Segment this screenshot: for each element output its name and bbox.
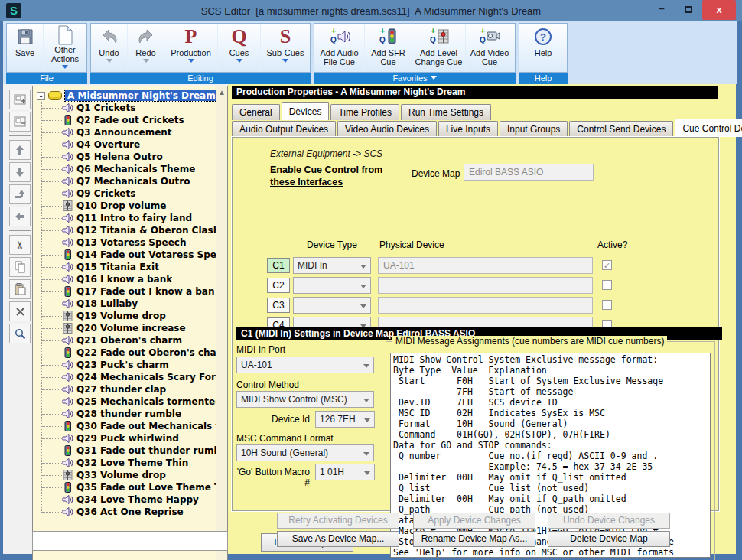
tab-devices[interactable]: Devices — [282, 102, 330, 120]
tree-cue-item[interactable]: Q32 Love Theme Thin — [33, 457, 216, 469]
production-button[interactable]: P Production — [164, 24, 218, 72]
redo-button[interactable]: Redo — [128, 24, 164, 72]
device-type-select[interactable] — [293, 297, 371, 314]
device-id-cell[interactable]: C1 — [267, 258, 290, 273]
cue-list-panel: ✂ - A Midsummer Night's Dream Q1 Cricket… — [3, 84, 228, 554]
enable-cue-control-link[interactable]: Enable Cue Control from these Interfaces — [270, 164, 399, 188]
help-button[interactable]: ? Help — [519, 24, 567, 72]
tree-cue-item[interactable]: Q1 Crickets — [33, 102, 216, 114]
group-label-favorites[interactable]: Favorites — [314, 73, 516, 84]
tree-cue-item[interactable]: Q25 Mechanicals tormented — [33, 396, 216, 408]
undo-button[interactable]: Undo — [91, 24, 128, 72]
tree-connector — [42, 389, 62, 390]
control-method-select[interactable]: MIDI Show Control (MSC) — [236, 391, 374, 408]
tree-cue-item[interactable]: Q17 Fade out I know a ban — [33, 285, 216, 298]
tree-cue-item[interactable]: Q15 Titania Exit — [33, 261, 216, 273]
sub-cues-button[interactable]: S Sub-Cues — [261, 24, 310, 72]
minimize-button[interactable]: – — [650, 0, 673, 20]
tree-cue-item[interactable]: Q4 Overture — [33, 138, 216, 151]
tree-cue-item[interactable]: Q21 Oberon's charm — [33, 334, 216, 347]
tab-audio-output-devices[interactable]: Audio Output Devices — [232, 121, 336, 137]
tab-time-profiles[interactable]: Time Profiles — [330, 104, 399, 120]
tab-run-time-settings[interactable]: Run Time Settings — [401, 104, 491, 120]
tree-cue-item[interactable]: Q20 Volume increase — [33, 322, 216, 334]
tree-cue-item[interactable]: Q22 Fade out Oberon's char — [33, 347, 216, 359]
cut-icon[interactable]: ✂ — [9, 235, 31, 255]
tree-cue-item[interactable]: Q23 Puck's charm — [33, 359, 216, 371]
tree-cue-item[interactable]: Q31 Fade out thunder ruml — [33, 444, 216, 457]
active-checkbox[interactable] — [602, 280, 612, 290]
tree-cue-item[interactable]: Q35 Fade out Love Theme T — [33, 481, 216, 493]
tree-cue-item[interactable]: Q5 Helena Outro — [33, 151, 216, 163]
tree-cue-item[interactable]: Q6 Mechanicals Theme — [33, 163, 216, 175]
add-sfr-cue-button[interactable]: +Q Add SFR Cue — [365, 24, 412, 72]
expand-branch-icon[interactable] — [9, 90, 31, 109]
close-button[interactable]: x — [702, 0, 736, 20]
collapse-expander-icon[interactable]: - — [37, 92, 45, 100]
move-down-icon[interactable] — [9, 162, 31, 182]
active-checkbox[interactable]: ✓ — [602, 260, 612, 270]
tree-cue-item[interactable]: Q19 Volume drop — [33, 310, 216, 322]
tree-cue-item[interactable]: Q18 Lullaby — [33, 298, 216, 310]
tab-control-send-devices[interactable]: Control Send Devices — [569, 121, 673, 137]
copy-icon[interactable] — [9, 257, 31, 277]
tree-cue-item[interactable]: Q9 Crickets — [33, 187, 216, 200]
tree-cue-item[interactable]: Q29 Puck whirlwind — [33, 432, 216, 444]
scroll-up-icon[interactable]: ▲ — [218, 88, 226, 96]
device-type-select[interactable]: MIDI In — [293, 257, 371, 274]
tree-cue-item[interactable]: Q10 Drop volume — [33, 200, 216, 212]
paste-icon[interactable] — [9, 279, 31, 299]
tree-cue-item[interactable]: Q30 Fade out Mechanicals t — [33, 420, 216, 432]
tree-cue-item[interactable]: Q2 Fade out Crickets — [33, 114, 216, 126]
tree-cue-item[interactable]: Q16 I know a bank — [33, 273, 216, 285]
device-id-cell[interactable]: C2 — [267, 278, 290, 293]
save-button[interactable]: Save — [7, 24, 44, 72]
tree-cue-item[interactable]: Q7 Mechanicals Outro — [33, 175, 216, 187]
midi-in-port-select[interactable]: UA-101 — [236, 357, 374, 373]
move-left-icon[interactable] — [9, 207, 31, 226]
apply-device-changes-button[interactable]: Apply Device Changes — [413, 513, 535, 529]
tab-general[interactable]: General — [232, 104, 280, 120]
tab-cue-control-devices[interactable]: Cue Control Devices — [675, 119, 742, 137]
tab-live-inputs[interactable]: Live Inputs — [438, 121, 498, 137]
cue-notes-box[interactable] — [32, 531, 228, 551]
rename-device-map-button[interactable]: Rename Device Map As... — [413, 531, 535, 547]
add-level-change-cue-button[interactable]: +Q Add Level Change Cue — [412, 24, 466, 72]
device-type-select[interactable] — [293, 277, 371, 294]
tree-vertical-scrollbar[interactable]: ▲ ▼ — [216, 86, 227, 560]
delete-device-map-button[interactable]: Delete Device Map — [548, 531, 670, 547]
delete-icon[interactable] — [9, 301, 31, 321]
tree-cue-item[interactable]: Q28 thunder rumble — [33, 408, 216, 420]
tab-input-groups[interactable]: Input Groups — [500, 121, 568, 137]
tree-cue-item[interactable]: Q3 Announcement — [33, 126, 216, 138]
maximize-button[interactable] — [677, 0, 700, 20]
tree-root-item[interactable]: - A Midsummer Night's Dream — [33, 90, 216, 102]
tab-video-audio-devices[interactable]: Video Audio Devices — [337, 121, 437, 137]
other-actions-button[interactable]: Other Actions — [44, 24, 86, 72]
add-video-cue-button[interactable]: +Q Add Video Cue — [466, 24, 513, 72]
add-audio-file-cue-button[interactable]: +Q Add Audio File Cue — [314, 24, 365, 72]
tree-cue-item[interactable]: Q13 Votaress Speech — [33, 236, 216, 249]
speaker-cue-icon — [62, 262, 73, 272]
undo-device-changes-button[interactable]: Undo Device Changes — [548, 513, 670, 529]
active-checkbox[interactable] — [602, 300, 612, 310]
tree-cue-item[interactable]: Q33 Volume drop — [33, 469, 216, 481]
device-id-select[interactable]: 126 7EH — [315, 411, 375, 428]
find-icon[interactable] — [9, 324, 31, 343]
tree-cue-item[interactable]: Q12 Titania & Oberon Clash — [33, 224, 216, 236]
device-id-cell[interactable]: C3 — [267, 298, 290, 313]
tree-cue-item[interactable]: Q34 Love Theme Happy — [33, 493, 216, 506]
cues-button[interactable]: Q Cues — [218, 24, 261, 72]
move-out-icon[interactable] — [9, 184, 31, 204]
save-as-device-map-button[interactable]: Save As Device Map... — [277, 531, 399, 547]
tree-cue-item[interactable]: Q24 Mechanicals Scary Fore — [33, 371, 216, 383]
tree-cue-item[interactable]: Q14 Fade out Votaress Spe — [33, 249, 216, 261]
collapse-branch-icon[interactable] — [9, 112, 31, 132]
move-up-icon[interactable] — [9, 140, 31, 160]
tree-cue-item[interactable]: Q36 Act One Reprise — [33, 506, 216, 518]
retry-activating-devices-button[interactable]: Retry Activating Devices — [277, 513, 399, 529]
tree-cue-item[interactable]: Q27 thunder clap — [33, 383, 216, 396]
tree-cue-item[interactable]: Q11 Intro to fairy land — [33, 212, 216, 224]
msc-command-format-select[interactable]: 10H Sound (General) — [236, 444, 374, 461]
go-button-macro-select[interactable]: 1 01H — [315, 464, 375, 480]
